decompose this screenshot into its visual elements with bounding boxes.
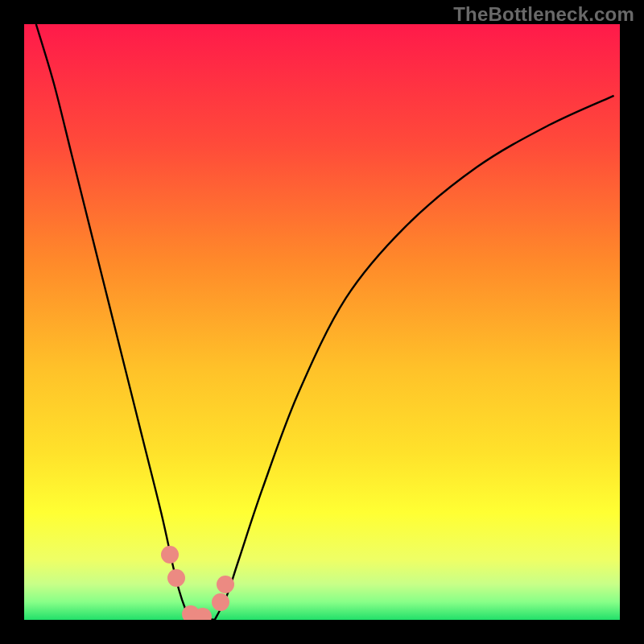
marker-dot (161, 546, 179, 564)
marker-dot (217, 576, 234, 593)
marker-cluster (24, 24, 620, 620)
plot-area (24, 24, 620, 620)
marker-dot (167, 569, 185, 587)
marker-dot (212, 593, 229, 611)
watermark-text: TheBottleneck.com (453, 3, 634, 26)
marker-dot (194, 608, 212, 620)
